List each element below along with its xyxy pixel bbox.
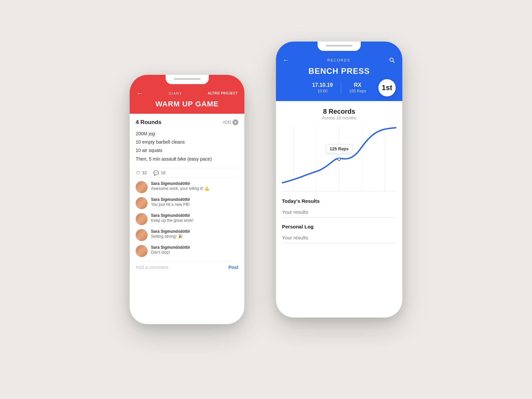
comment-text: Awesome work, your killing it! 💪 (151, 186, 238, 191)
commenter-name: Sara Sigmundsdóttir (151, 245, 238, 250)
records-body: 8 Records Across 19 months (276, 101, 402, 250)
comment-text: You just hit a new PB! (151, 202, 238, 207)
exercise-time: 10:00 (312, 89, 333, 93)
rank-badge: 1st (378, 79, 396, 96)
workout-item: Then, 5 min assault bike (easy pace) (136, 155, 238, 163)
workout-item: 10 empty barbell cleans (136, 138, 238, 146)
comment-item: Sara Sigmundsdóttir Don't stop! (136, 245, 238, 257)
personal-log-label: Personal Log (282, 224, 396, 229)
phone-right: ← RECORDS BENCH PRESS 17.10.19 10:00 (276, 42, 402, 318)
avatar (136, 229, 148, 241)
comment-text: Keep up the great work! (151, 218, 238, 223)
comment-text: Don't stop! (151, 250, 238, 255)
records-nav: ← RECORDS (283, 56, 396, 64)
records-nav-title: RECORDS (289, 58, 388, 62)
diary-workout-title: WARM UP GAME (136, 100, 238, 108)
comment-item: Sara Sigmundsdóttir Setting strong! 🎉 (136, 229, 238, 241)
chart-title: 8 Records (282, 108, 396, 115)
comment-item: Sara Sigmundsdóttir Keep up the great wo… (136, 213, 238, 225)
post-button[interactable]: Post (228, 265, 238, 270)
add-button[interactable]: ADD + (223, 119, 238, 125)
clock-stat: ⏱ 32 (136, 170, 147, 176)
comment-content: Sara Sigmundsdóttir Awesome work, your k… (151, 181, 238, 191)
avatar (136, 197, 148, 209)
comment-content: Sara Sigmundsdóttir You just hit a new P… (151, 197, 238, 207)
diary-nav-title: DIARY (143, 91, 208, 95)
diary-screen: ← DIARY ALTRO PROJECT WARM UP GAME 4 Rou… (130, 75, 244, 324)
chart-area: 125 Reps (282, 125, 396, 192)
commenter-name: Sara Sigmundsdóttir (151, 213, 238, 218)
comment-item: Sara Sigmundsdóttir You just hit a new P… (136, 197, 238, 209)
comment-stat: 💬 16 (153, 170, 165, 176)
commenter-name: Sara Sigmundsdóttir (151, 229, 238, 234)
diary-nav: ← DIARY ALTRO PROJECT (136, 89, 238, 97)
rounds-header: 4 Rounds ADD + (136, 119, 238, 126)
comment-count: 16 (161, 170, 165, 175)
add-label: ADD (223, 120, 231, 125)
today-results-input[interactable] (282, 206, 396, 218)
back-button-right[interactable]: ← (283, 56, 289, 64)
comment-item: Sara Sigmundsdóttir Awesome work, your k… (136, 181, 238, 193)
results-section: Today's Results Personal Log (282, 198, 396, 243)
status-pill-right (326, 45, 352, 47)
personal-log-input[interactable] (282, 232, 396, 243)
comments-section: Sara Sigmundsdóttir Awesome work, your k… (136, 181, 238, 257)
comment-content: Sara Sigmundsdóttir Don't stop! (151, 245, 238, 255)
workout-item: 10 air squats (136, 146, 238, 155)
avatar (136, 245, 148, 257)
workout-list: 200M jog 10 empty barbell cleans 10 air … (136, 130, 238, 163)
comment-icon: 💬 (153, 170, 159, 176)
workout-item: 200M jog (136, 130, 238, 138)
comment-content: Sara Sigmundsdóttir Setting strong! 🎉 (151, 229, 238, 239)
records-stats: 17.10.19 10:00 RX 165 Reps 1st (283, 81, 396, 94)
comment-input-placeholder[interactable]: Add a comment (136, 265, 168, 270)
status-pill-left (174, 78, 200, 80)
avatar (136, 213, 148, 225)
clock-icon: ⏱ (136, 170, 140, 176)
phone-left: ← DIARY ALTRO PROJECT WARM UP GAME 4 Rou… (130, 75, 244, 324)
back-button-left[interactable]: ← (136, 89, 143, 97)
exercise-mode: RX (349, 82, 366, 88)
exercise-title: BENCH PRESS (283, 66, 396, 76)
exercise-reps: 165 Reps (349, 89, 366, 93)
comment-input-row: Add a comment Post (136, 261, 238, 272)
clock-count: 32 (142, 170, 147, 175)
chart-tooltip-dot (337, 158, 341, 161)
chart-header: 8 Records Across 19 months (282, 108, 396, 120)
comment-content: Sara Sigmundsdóttir Keep up the great wo… (151, 213, 238, 223)
diary-header: ← DIARY ALTRO PROJECT WARM UP GAME (130, 75, 244, 114)
brand-label: ALTRO PROJECT (208, 91, 238, 95)
date-stat-block: 17.10.19 10:00 (304, 82, 341, 93)
rounds-title: 4 Rounds (136, 119, 161, 126)
today-results-label: Today's Results (282, 198, 396, 204)
commenter-name: Sara Sigmundsdóttir (151, 181, 238, 186)
exercise-date: 17.10.19 (312, 82, 333, 88)
diary-body: 4 Rounds ADD + 200M jog 10 empty barbell… (130, 114, 244, 277)
chart-subtitle: Across 19 months (282, 115, 396, 120)
avatar (136, 181, 148, 193)
commenter-name: Sara Sigmundsdóttir (151, 197, 238, 202)
stats-row: ⏱ 32 💬 16 (136, 168, 238, 178)
mode-stat-block: RX 165 Reps (341, 82, 374, 93)
chart-tooltip: 125 Reps (326, 144, 352, 153)
add-circle-icon: + (232, 119, 238, 125)
search-icon[interactable] (388, 57, 396, 64)
records-header: ← RECORDS BENCH PRESS 17.10.19 10:00 (276, 42, 402, 101)
chart-section: 8 Records Across 19 months (282, 108, 396, 192)
svg-line-1 (393, 61, 395, 63)
records-screen: ← RECORDS BENCH PRESS 17.10.19 10:00 (276, 42, 402, 318)
phones-container: ← DIARY ALTRO PROJECT WARM UP GAME 4 Rou… (130, 42, 402, 357)
comment-text: Setting strong! 🎉 (151, 234, 238, 239)
